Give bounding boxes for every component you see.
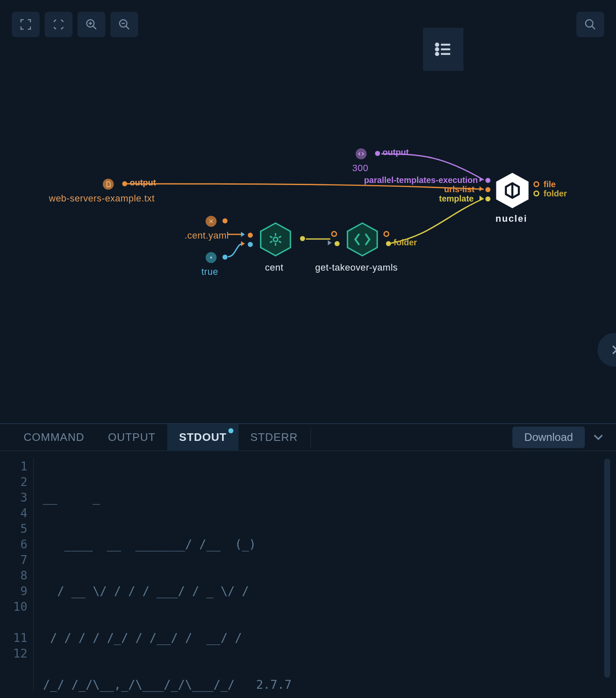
node-true-badge[interactable] [206, 252, 217, 263]
line: / / / / /_/ / /__/ / __/ / [43, 630, 608, 646]
node-nuclei-label: nuclei [495, 213, 528, 224]
port-urls: urls-list [444, 185, 474, 194]
tab-output[interactable]: OUTPUT [96, 424, 167, 451]
console-panel: COMMAND OUTPUT STDOUT STDERR Download 1 … [0, 423, 616, 698]
chevron-right-icon [608, 344, 616, 356]
port-ring[interactable] [533, 181, 539, 187]
line: __ _ [43, 490, 608, 505]
port-dot[interactable] [248, 233, 253, 238]
x-icon [209, 219, 214, 224]
console-tabs: COMMAND OUTPUT STDOUT STDERR Download [0, 424, 616, 451]
port-pte: parallel-templates-execution [355, 175, 478, 185]
in-tri [328, 240, 332, 245]
line-gutter: 1 2 3 4 5 6 7 8 9 10 11 12 [3, 459, 34, 691]
svg-marker-9 [348, 223, 378, 255]
tab-stderr[interactable]: STDERR [238, 424, 310, 451]
port-file: file [544, 180, 556, 189]
collapse-console-button[interactable] [592, 431, 604, 444]
download-button[interactable]: Download [512, 427, 585, 448]
tab-stdout-label: STDOUT [179, 431, 227, 444]
port-dot[interactable] [300, 236, 305, 241]
line: /_/ /_/\__,_/\___/_/\___/_/ 2.7.7 [43, 677, 608, 693]
node-webservers-badge[interactable] [103, 179, 114, 190]
port-folder-gt: folder [394, 238, 417, 247]
file-icon [105, 181, 111, 187]
svg-point-6 [210, 257, 212, 259]
node-webservers-label: web-servers-example.txt [49, 193, 155, 204]
port-dot[interactable] [248, 242, 253, 247]
node-nuclei[interactable] [492, 170, 533, 211]
workflow-canvas[interactable]: output 300 output web-servers-example.tx… [0, 0, 616, 423]
port-dot[interactable] [375, 151, 380, 156]
node-300-label: 300 [352, 163, 368, 174]
in-tri [479, 186, 483, 191]
port-ring[interactable] [383, 231, 389, 237]
node-300-badge[interactable] [356, 148, 367, 159]
port-dot[interactable] [335, 241, 340, 246]
in-tri [241, 241, 245, 246]
line: ____ __ _______/ /__ (_) [43, 537, 608, 552]
node-get-takeover-label: get-takeover-yamls [315, 262, 398, 273]
port-dot[interactable] [222, 218, 228, 223]
scrollbar-vertical[interactable] [604, 459, 610, 678]
port-ring[interactable] [533, 191, 539, 196]
port-output-webservers: output [130, 178, 156, 188]
line: / __ \/ / / / ___/ / _ \/ / [43, 583, 608, 599]
port-dot[interactable] [122, 181, 127, 186]
tab-divider [311, 427, 311, 448]
node-centyaml-label: .cent.yaml [185, 230, 229, 241]
bool-icon [208, 255, 214, 260]
port-dot[interactable] [386, 241, 391, 246]
port-ring[interactable] [331, 231, 337, 237]
port-dot[interactable] [222, 255, 228, 260]
node-cent-label: cent [265, 262, 284, 273]
in-tri [479, 177, 483, 182]
terminal-output[interactable]: 1 2 3 4 5 6 7 8 9 10 11 12 __ _ ____ __ … [0, 451, 616, 698]
port-dot[interactable] [485, 196, 490, 201]
tab-command[interactable]: COMMAND [12, 424, 96, 451]
port-folder: folder [544, 189, 567, 199]
svg-marker-7 [261, 223, 291, 255]
in-tri [241, 232, 245, 237]
port-dot[interactable] [485, 178, 490, 183]
terminal-code: __ _ ____ __ _______/ /__ (_) / __ \/ / … [34, 459, 608, 691]
chevron-down-icon [592, 431, 604, 443]
port-template: template [439, 194, 474, 204]
activity-dot-icon [228, 428, 233, 433]
node-cent[interactable] [258, 222, 293, 257]
edges-layer [0, 0, 616, 423]
node-get-takeover[interactable] [345, 222, 380, 257]
port-output-300: output [383, 148, 409, 157]
port-dot[interactable] [485, 187, 490, 192]
node-true-label: true [201, 266, 218, 277]
tab-stdout[interactable]: STDOUT [167, 424, 238, 451]
node-centyaml-badge[interactable] [206, 216, 217, 227]
code-icon [358, 151, 364, 157]
in-tri [479, 196, 483, 201]
